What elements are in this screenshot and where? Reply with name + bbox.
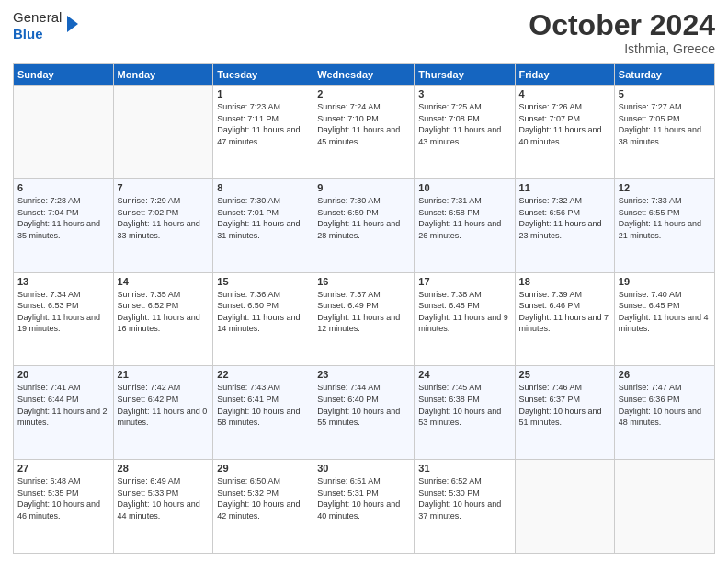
day-info: Sunrise: 6:52 AM Sunset: 5:30 PM Dayligh… xyxy=(418,476,510,522)
calendar-cell: 25Sunrise: 7:46 AM Sunset: 6:37 PM Dayli… xyxy=(515,366,614,460)
day-number: 4 xyxy=(519,88,610,99)
day-number: 12 xyxy=(619,182,711,193)
calendar-cell: 30Sunrise: 6:51 AM Sunset: 5:31 PM Dayli… xyxy=(313,460,415,554)
day-info: Sunrise: 7:31 AM Sunset: 6:58 PM Dayligh… xyxy=(418,195,510,241)
page: General Blue October 2024 Isthmia, Greec… xyxy=(0,0,728,563)
day-info: Sunrise: 7:29 AM Sunset: 7:02 PM Dayligh… xyxy=(118,195,210,241)
day-info: Sunrise: 7:38 AM Sunset: 6:48 PM Dayligh… xyxy=(418,289,510,335)
col-friday: Friday xyxy=(515,64,614,86)
day-info: Sunrise: 7:27 AM Sunset: 7:05 PM Dayligh… xyxy=(619,101,711,147)
calendar-cell xyxy=(614,460,714,554)
calendar-cell xyxy=(113,86,213,179)
calendar-cell: 15Sunrise: 7:36 AM Sunset: 6:50 PM Dayli… xyxy=(213,272,313,366)
calendar-week-row: 1Sunrise: 7:23 AM Sunset: 7:11 PM Daylig… xyxy=(14,86,715,179)
calendar-cell: 22Sunrise: 7:43 AM Sunset: 6:41 PM Dayli… xyxy=(213,366,313,460)
day-number: 13 xyxy=(17,276,109,287)
day-number: 3 xyxy=(418,88,510,99)
day-number: 17 xyxy=(418,276,510,287)
calendar-cell: 3Sunrise: 7:25 AM Sunset: 7:08 PM Daylig… xyxy=(415,86,515,179)
day-info: Sunrise: 7:36 AM Sunset: 6:50 PM Dayligh… xyxy=(217,289,309,335)
day-info: Sunrise: 7:40 AM Sunset: 6:45 PM Dayligh… xyxy=(619,289,711,335)
calendar-cell: 20Sunrise: 7:41 AM Sunset: 6:44 PM Dayli… xyxy=(14,366,114,460)
col-monday: Monday xyxy=(113,64,213,86)
day-number: 20 xyxy=(17,369,109,380)
col-thursday: Thursday xyxy=(415,64,515,86)
calendar-cell: 23Sunrise: 7:44 AM Sunset: 6:40 PM Dayli… xyxy=(313,366,415,460)
day-number: 9 xyxy=(317,182,410,193)
calendar-cell xyxy=(14,86,114,179)
calendar-cell: 19Sunrise: 7:40 AM Sunset: 6:45 PM Dayli… xyxy=(614,272,714,366)
day-number: 22 xyxy=(217,369,309,380)
calendar-cell: 11Sunrise: 7:32 AM Sunset: 6:56 PM Dayli… xyxy=(515,178,614,272)
day-number: 25 xyxy=(519,369,610,380)
day-number: 31 xyxy=(418,463,510,474)
day-info: Sunrise: 7:37 AM Sunset: 6:49 PM Dayligh… xyxy=(317,289,410,335)
day-number: 16 xyxy=(317,276,410,287)
day-info: Sunrise: 7:44 AM Sunset: 6:40 PM Dayligh… xyxy=(317,382,410,428)
col-wednesday: Wednesday xyxy=(313,64,415,86)
calendar-cell: 10Sunrise: 7:31 AM Sunset: 6:58 PM Dayli… xyxy=(415,178,515,272)
day-info: Sunrise: 7:39 AM Sunset: 6:46 PM Dayligh… xyxy=(519,289,610,335)
logo-arrow-icon xyxy=(67,16,78,32)
day-info: Sunrise: 6:49 AM Sunset: 5:33 PM Dayligh… xyxy=(118,476,210,522)
calendar-cell: 17Sunrise: 7:38 AM Sunset: 6:48 PM Dayli… xyxy=(415,272,515,366)
calendar-cell: 12Sunrise: 7:33 AM Sunset: 6:55 PM Dayli… xyxy=(614,178,714,272)
day-number: 19 xyxy=(619,276,711,287)
day-info: Sunrise: 7:45 AM Sunset: 6:38 PM Dayligh… xyxy=(418,382,510,428)
day-info: Sunrise: 7:47 AM Sunset: 6:36 PM Dayligh… xyxy=(619,382,711,428)
day-info: Sunrise: 7:30 AM Sunset: 7:01 PM Dayligh… xyxy=(217,195,309,241)
calendar-cell: 6Sunrise: 7:28 AM Sunset: 7:04 PM Daylig… xyxy=(14,178,114,272)
day-info: Sunrise: 7:26 AM Sunset: 7:07 PM Dayligh… xyxy=(519,101,610,147)
day-number: 7 xyxy=(118,182,210,193)
day-number: 27 xyxy=(17,463,109,474)
day-info: Sunrise: 6:51 AM Sunset: 5:31 PM Dayligh… xyxy=(317,476,410,522)
calendar-cell: 8Sunrise: 7:30 AM Sunset: 7:01 PM Daylig… xyxy=(213,178,313,272)
day-number: 11 xyxy=(519,182,610,193)
day-info: Sunrise: 7:33 AM Sunset: 6:55 PM Dayligh… xyxy=(619,195,711,241)
calendar-cell: 2Sunrise: 7:24 AM Sunset: 7:10 PM Daylig… xyxy=(313,86,415,179)
day-info: Sunrise: 7:35 AM Sunset: 6:52 PM Dayligh… xyxy=(118,289,210,335)
calendar-week-row: 13Sunrise: 7:34 AM Sunset: 6:53 PM Dayli… xyxy=(14,272,715,366)
calendar-cell: 14Sunrise: 7:35 AM Sunset: 6:52 PM Dayli… xyxy=(113,272,213,366)
day-info: Sunrise: 7:28 AM Sunset: 7:04 PM Dayligh… xyxy=(17,195,109,241)
logo: General Blue xyxy=(13,9,78,42)
calendar-cell: 4Sunrise: 7:26 AM Sunset: 7:07 PM Daylig… xyxy=(515,86,614,179)
day-info: Sunrise: 7:24 AM Sunset: 7:10 PM Dayligh… xyxy=(317,101,410,147)
calendar-cell: 16Sunrise: 7:37 AM Sunset: 6:49 PM Dayli… xyxy=(313,272,415,366)
day-number: 1 xyxy=(217,88,309,99)
calendar-cell: 24Sunrise: 7:45 AM Sunset: 6:38 PM Dayli… xyxy=(415,366,515,460)
calendar-cell: 5Sunrise: 7:27 AM Sunset: 7:05 PM Daylig… xyxy=(614,86,714,179)
day-info: Sunrise: 7:25 AM Sunset: 7:08 PM Dayligh… xyxy=(418,101,510,147)
calendar-cell: 1Sunrise: 7:23 AM Sunset: 7:11 PM Daylig… xyxy=(213,86,313,179)
day-info: Sunrise: 7:34 AM Sunset: 6:53 PM Dayligh… xyxy=(17,289,109,335)
calendar-cell: 26Sunrise: 7:47 AM Sunset: 6:36 PM Dayli… xyxy=(614,366,714,460)
day-number: 5 xyxy=(619,88,711,99)
col-tuesday: Tuesday xyxy=(213,64,313,86)
logo-text-block: General Blue xyxy=(13,9,62,42)
day-info: Sunrise: 6:48 AM Sunset: 5:35 PM Dayligh… xyxy=(17,476,109,522)
day-info: Sunrise: 6:50 AM Sunset: 5:32 PM Dayligh… xyxy=(217,476,309,522)
day-number: 15 xyxy=(217,276,309,287)
location: Isthmia, Greece xyxy=(529,41,715,56)
day-number: 26 xyxy=(619,369,711,380)
day-number: 2 xyxy=(317,88,410,99)
day-number: 14 xyxy=(118,276,210,287)
day-info: Sunrise: 7:23 AM Sunset: 7:11 PM Dayligh… xyxy=(217,101,309,147)
day-number: 28 xyxy=(118,463,210,474)
calendar-week-row: 20Sunrise: 7:41 AM Sunset: 6:44 PM Dayli… xyxy=(14,366,715,460)
calendar-header-row: Sunday Monday Tuesday Wednesday Thursday… xyxy=(14,64,715,86)
col-saturday: Saturday xyxy=(614,64,714,86)
day-number: 30 xyxy=(317,463,410,474)
header: General Blue October 2024 Isthmia, Greec… xyxy=(13,9,715,56)
day-number: 24 xyxy=(418,369,510,380)
calendar-cell: 9Sunrise: 7:30 AM Sunset: 6:59 PM Daylig… xyxy=(313,178,415,272)
calendar-cell: 28Sunrise: 6:49 AM Sunset: 5:33 PM Dayli… xyxy=(113,460,213,554)
logo-blue: Blue xyxy=(13,26,43,41)
day-info: Sunrise: 7:46 AM Sunset: 6:37 PM Dayligh… xyxy=(519,382,610,428)
title-block: October 2024 Isthmia, Greece xyxy=(529,9,715,56)
calendar-cell: 31Sunrise: 6:52 AM Sunset: 5:30 PM Dayli… xyxy=(415,460,515,554)
col-sunday: Sunday xyxy=(14,64,114,86)
calendar-cell: 21Sunrise: 7:42 AM Sunset: 6:42 PM Dayli… xyxy=(113,366,213,460)
day-number: 8 xyxy=(217,182,309,193)
day-number: 18 xyxy=(519,276,610,287)
